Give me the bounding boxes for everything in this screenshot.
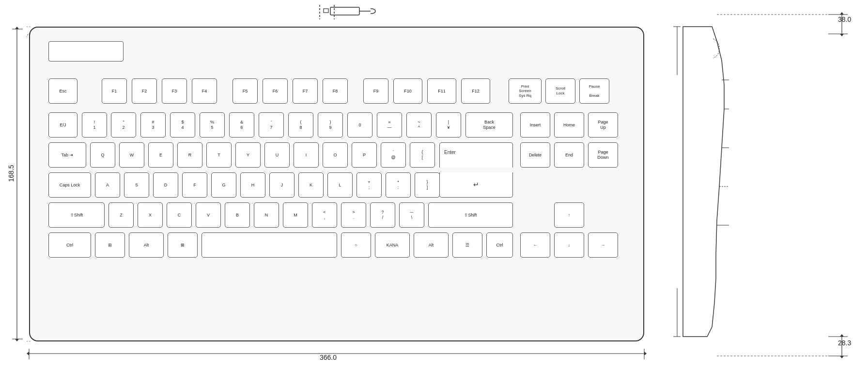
key-j[interactable]: J: [269, 172, 294, 198]
key-t[interactable]: T: [206, 142, 232, 168]
key-alt-right[interactable]: Alt: [414, 232, 449, 258]
key-kana[interactable]: KANA: [375, 232, 410, 258]
key-bracket-open[interactable]: { [: [410, 142, 435, 168]
key-r[interactable]: R: [177, 142, 202, 168]
key-arrow-right[interactable]: →: [588, 232, 618, 258]
key-z[interactable]: Z: [108, 202, 134, 228]
key-num1[interactable]: ! 1: [82, 112, 107, 138]
key-num6[interactable]: & 6: [229, 112, 254, 138]
key-shift-right[interactable]: ⇧Shift: [428, 202, 513, 228]
key-yen[interactable]: | ¥: [436, 112, 461, 138]
key-enter-bottom[interactable]: ↵: [439, 172, 513, 198]
key-f10[interactable]: F10: [393, 78, 422, 104]
key-scroll-lock[interactable]: Scroll Lock: [545, 78, 575, 104]
key-f4[interactable]: F4: [192, 78, 217, 104]
key-end[interactable]: End: [554, 142, 584, 168]
key-e[interactable]: E: [148, 142, 173, 168]
key-insert[interactable]: Insert: [520, 112, 550, 138]
key-f12[interactable]: F12: [461, 78, 490, 104]
key-menu[interactable]: ☰: [452, 232, 482, 258]
key-n[interactable]: N: [254, 202, 279, 228]
key-arrow-left[interactable]: ←: [520, 232, 550, 258]
key-page-down[interactable]: Page Down: [588, 142, 618, 168]
key-num0[interactable]: 0: [347, 112, 372, 138]
key-plus[interactable]: + ;: [356, 172, 382, 198]
key-win[interactable]: ⊞: [95, 232, 125, 258]
key-c[interactable]: C: [167, 202, 192, 228]
key-f5[interactable]: F5: [232, 78, 258, 104]
key-print-screen[interactable]: Print Screen Sys Rq: [509, 78, 542, 104]
key-w[interactable]: W: [119, 142, 144, 168]
key-num7[interactable]: ' 7: [259, 112, 284, 138]
key-x[interactable]: X: [138, 202, 163, 228]
svg-marker-21: [15, 339, 19, 341]
key-tab[interactable]: Tab ⇥: [48, 142, 86, 168]
key-num8[interactable]: ( 8: [288, 112, 313, 138]
key-o[interactable]: O: [323, 142, 348, 168]
key-shift-left[interactable]: ⇧Shift: [48, 202, 105, 228]
key-f7[interactable]: F7: [293, 78, 318, 104]
dim-168: [10, 27, 24, 341]
key-backslash[interactable]: ─ \: [399, 202, 424, 228]
key-minus[interactable]: = —: [377, 112, 402, 138]
key-fn[interactable]: ⊠: [168, 232, 198, 258]
key-caps-lock[interactable]: Caps Lock: [48, 172, 91, 198]
key-enter[interactable]: [439, 142, 513, 168]
key-h[interactable]: H: [240, 172, 265, 198]
key-p[interactable]: P: [352, 142, 377, 168]
svg-marker-28: [840, 34, 844, 36]
key-space[interactable]: [202, 232, 337, 258]
svg-marker-15: [27, 352, 29, 355]
key-circle[interactable]: ○: [341, 232, 371, 258]
key-pause[interactable]: Pause Break: [579, 78, 609, 104]
key-v[interactable]: V: [196, 202, 221, 228]
key-caret[interactable]: ~ ^: [406, 112, 432, 138]
key-d[interactable]: D: [153, 172, 178, 198]
key-f11[interactable]: F11: [427, 78, 456, 104]
key-num5[interactable]: % 5: [200, 112, 225, 138]
key-u[interactable]: U: [264, 142, 290, 168]
key-s[interactable]: S: [124, 172, 149, 198]
key-num9[interactable]: ) 9: [318, 112, 343, 138]
key-page-up[interactable]: Page Up: [588, 112, 618, 138]
key-delete[interactable]: Delete: [520, 142, 550, 168]
key-f1[interactable]: F1: [102, 78, 127, 104]
key-i[interactable]: I: [294, 142, 319, 168]
key-esc[interactable]: Esc: [48, 78, 78, 104]
key-arrow-down[interactable]: ↓: [554, 232, 584, 258]
key-num3[interactable]: # 3: [140, 112, 166, 138]
key-m[interactable]: M: [283, 202, 308, 228]
key-f8[interactable]: F8: [323, 78, 348, 104]
key-f[interactable]: F: [182, 172, 207, 198]
key-ctrl-right[interactable]: Ctrl: [486, 232, 513, 258]
key-period[interactable]: > .: [341, 202, 366, 228]
key-at[interactable]: ` @: [381, 142, 406, 168]
key-alt-left[interactable]: Alt: [129, 232, 164, 258]
key-arrow-up[interactable]: ↑: [554, 202, 584, 228]
key-num4[interactable]: $ 4: [170, 112, 195, 138]
key-f3[interactable]: F3: [162, 78, 187, 104]
key-q[interactable]: Q: [90, 142, 115, 168]
key-k[interactable]: K: [298, 172, 324, 198]
key-bracket-close[interactable]: } ]: [415, 172, 440, 198]
key-comma[interactable]: < ,: [312, 202, 337, 228]
key-f2[interactable]: F2: [132, 78, 157, 104]
key-f9[interactable]: F9: [363, 78, 388, 104]
key-ctrl-left[interactable]: Ctrl: [48, 232, 91, 258]
key-f6[interactable]: F6: [263, 78, 288, 104]
key-g[interactable]: G: [211, 172, 236, 198]
key-num2[interactable]: " 2: [111, 112, 136, 138]
svg-marker-16: [644, 352, 647, 355]
key-ej[interactable]: E/J: [48, 112, 78, 138]
key-a[interactable]: A: [95, 172, 120, 198]
key-slash[interactable]: ? /: [370, 202, 395, 228]
svg-rect-2: [324, 9, 328, 13]
key-y[interactable]: Y: [235, 142, 261, 168]
key-backspace[interactable]: Back Space: [465, 112, 513, 138]
key-asterisk[interactable]: * :: [386, 172, 411, 198]
key-b[interactable]: B: [225, 202, 250, 228]
key-home[interactable]: Home: [554, 112, 584, 138]
key-l[interactable]: L: [327, 172, 353, 198]
dim-side-lines: [717, 12, 848, 361]
brand-label: [48, 41, 124, 62]
